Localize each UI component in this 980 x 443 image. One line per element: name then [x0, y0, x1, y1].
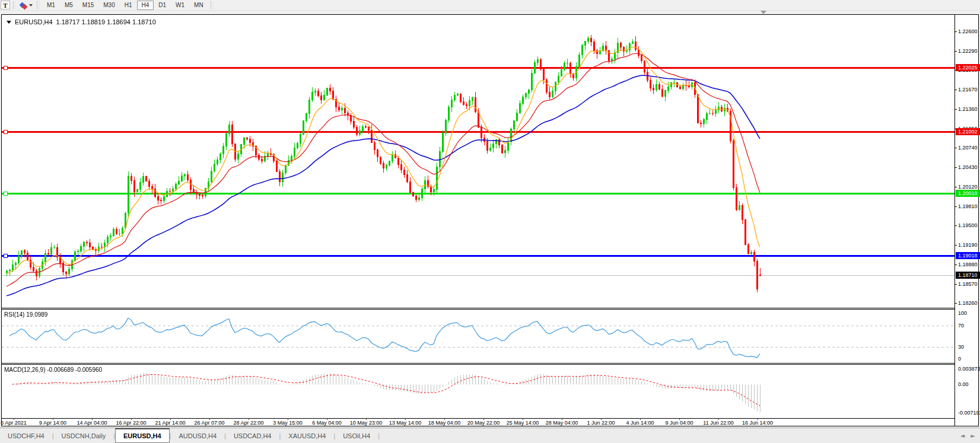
timeframe-button-w1[interactable]: W1	[171, 1, 189, 10]
chart-tab-usdcad-h4[interactable]: USDCAD,H4	[226, 428, 279, 443]
tab-scroll-nav: ◄ ►	[960, 428, 975, 443]
text-tool-button[interactable]: T	[1, 1, 10, 9]
chart-tab-usdchf-h4[interactable]: USDCHF,H4	[0, 428, 52, 443]
tab-separator: |	[378, 428, 380, 443]
rsi-indicator-canvas[interactable]	[2, 310, 954, 363]
timeframe-button-m1[interactable]: M1	[42, 1, 60, 10]
tab-scroll-left-icon[interactable]: ◄	[960, 432, 965, 439]
price-tick-mark	[954, 206, 957, 207]
timeframe-button-h4[interactable]: H4	[137, 1, 154, 10]
rsi-label: RSI(14) 19.0989	[4, 311, 47, 318]
chart-tab-eurusd-h4[interactable]: EURUSD,H4	[115, 428, 170, 443]
chart-tab-audusd-h4[interactable]: AUDUSD,H4	[171, 428, 224, 443]
price-tick-label: 1.19810	[958, 203, 978, 209]
chart-tab-xauusd-h4[interactable]: XAUUSD,H4	[281, 428, 333, 443]
price-tick-mark	[954, 187, 957, 187]
rsi-scale-label: 70	[958, 323, 964, 329]
price-tick-mark	[954, 31, 957, 32]
macd-scale-label: -0.007192	[958, 410, 980, 416]
price-tick-mark	[954, 225, 957, 226]
timeframe-button-m15[interactable]: M15	[78, 1, 98, 10]
macd-scale-label: 0.003873	[958, 366, 980, 372]
rsi-scale-label: 100	[958, 310, 967, 316]
macd-label: MACD(12,26,9) -0.006689 -0.005960	[4, 366, 102, 373]
pane-separator[interactable]	[2, 308, 954, 308]
price-tick-label: 1.21360	[958, 106, 978, 112]
macd-scale-label: 0.00	[958, 381, 969, 387]
price-tick-mark	[954, 90, 957, 90]
price-tick-mark	[954, 167, 957, 168]
price-tick-label: 1.18260	[958, 300, 978, 306]
price-tick-mark	[954, 264, 957, 265]
chart-title: EURUSD,H4 1.18717 1.18819 1.18694 1.1871…	[7, 18, 156, 26]
price-tick-label: 1.22600	[958, 28, 978, 34]
price-chart-canvas[interactable]	[2, 15, 954, 308]
price-tick-label: 1.20430	[958, 164, 978, 170]
price-tick-label: 1.18570	[958, 281, 978, 287]
chart-tab-bar: USDCHF,H4|USDCNH,Daily|EURUSD,H4|AUDUSD,…	[0, 428, 980, 443]
timeframe-group: M1M5M15M30H1H4D1W1MN	[42, 1, 208, 10]
timeframe-button-m5[interactable]: M5	[60, 1, 78, 10]
hline-price-chip: 1.19018	[956, 252, 980, 259]
chevron-down-icon	[29, 4, 33, 7]
top-toolbar: T M1M5M15M30H1H4D1W1MN	[0, 0, 980, 11]
price-axis-line	[954, 15, 955, 426]
price-tick-label: 1.22290	[958, 48, 978, 54]
chart-tab-usdcnh-daily[interactable]: USDCNH,Daily	[54, 428, 114, 443]
timeframe-button-mn[interactable]: MN	[189, 1, 208, 10]
hline-price-chip: 1.20010	[956, 190, 980, 197]
toolbar-grip	[37, 1, 40, 9]
timeframe-button-m30[interactable]: M30	[98, 1, 119, 10]
price-tick-mark	[954, 148, 957, 148]
hline-price-chip: 1.21002	[956, 128, 980, 135]
price-tick-mark	[954, 245, 957, 246]
rsi-scale-label: 30	[958, 344, 964, 350]
price-tick-mark	[954, 51, 957, 52]
timeframe-button-h1[interactable]: H1	[120, 1, 137, 10]
price-tick-mark	[954, 109, 957, 110]
chart-tab-usoil-h4[interactable]: USOil,H4	[335, 428, 378, 443]
price-tick-label: 1.20740	[958, 145, 978, 151]
price-tick-label: 1.19500	[958, 222, 978, 228]
expand-triangle-icon[interactable]	[7, 21, 11, 24]
current-price-chip: 1.18710	[956, 272, 980, 279]
time-tick-label: 16 Jun 14:00	[731, 420, 784, 426]
price-tick-mark	[954, 284, 957, 285]
price-tick-mark	[954, 303, 957, 304]
toolbar-grip	[211, 1, 214, 9]
chart-window: EURUSD,H4 1.18717 1.18819 1.18694 1.1871…	[1, 14, 979, 426]
toolbar-grip	[13, 1, 16, 9]
price-tick-label: 1.20120	[958, 184, 978, 190]
price-tick-label: 1.18880	[958, 262, 978, 267]
timeframe-button-d1[interactable]: D1	[154, 1, 171, 10]
chart-symbol-period: EURUSD,H4	[15, 18, 53, 26]
price-tick-label: 1.19190	[958, 242, 978, 248]
rsi-scale-label: 0	[958, 356, 961, 362]
pane-separator[interactable]	[2, 363, 954, 364]
macd-indicator-canvas[interactable]	[2, 365, 954, 418]
price-tick-label: 1.21670	[958, 87, 978, 93]
tab-scroll-right-icon[interactable]: ►	[971, 432, 975, 439]
chart-ohlc-values: 1.18717 1.18819 1.18694 1.18710	[56, 18, 156, 26]
hline-price-chip: 1.22025	[956, 64, 980, 71]
styler-icon[interactable]	[20, 1, 33, 9]
